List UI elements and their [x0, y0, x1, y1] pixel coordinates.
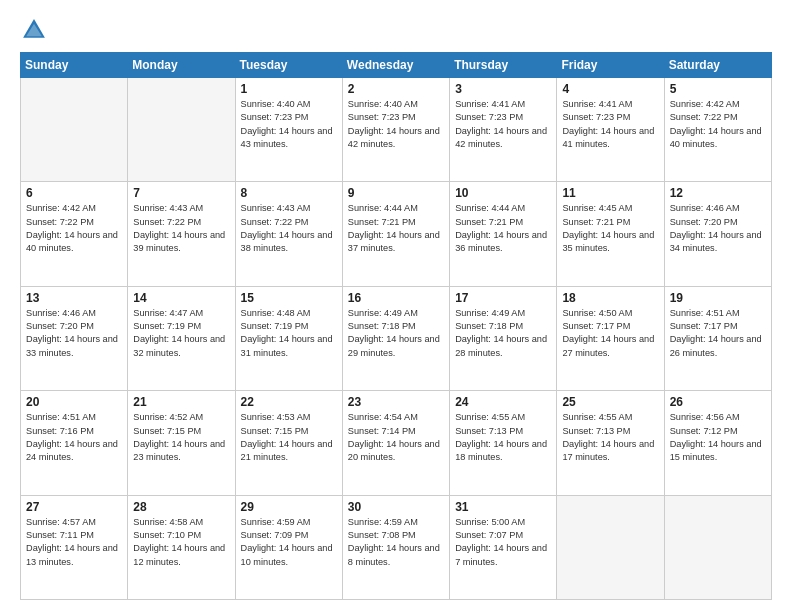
calendar-cell: 3Sunrise: 4:41 AMSunset: 7:23 PMDaylight…: [450, 78, 557, 182]
day-info: Sunrise: 4:47 AMSunset: 7:19 PMDaylight:…: [133, 307, 229, 360]
calendar-cell: 26Sunrise: 4:56 AMSunset: 7:12 PMDayligh…: [664, 391, 771, 495]
day-info: Sunrise: 4:40 AMSunset: 7:23 PMDaylight:…: [348, 98, 444, 151]
day-info: Sunrise: 4:56 AMSunset: 7:12 PMDaylight:…: [670, 411, 766, 464]
calendar-table: SundayMondayTuesdayWednesdayThursdayFrid…: [20, 52, 772, 600]
calendar-cell: 10Sunrise: 4:44 AMSunset: 7:21 PMDayligh…: [450, 182, 557, 286]
day-info: Sunrise: 4:44 AMSunset: 7:21 PMDaylight:…: [348, 202, 444, 255]
day-info: Sunrise: 4:40 AMSunset: 7:23 PMDaylight:…: [241, 98, 337, 151]
calendar-cell: 7Sunrise: 4:43 AMSunset: 7:22 PMDaylight…: [128, 182, 235, 286]
calendar-cell: 9Sunrise: 4:44 AMSunset: 7:21 PMDaylight…: [342, 182, 449, 286]
day-info: Sunrise: 4:48 AMSunset: 7:19 PMDaylight:…: [241, 307, 337, 360]
calendar-header-monday: Monday: [128, 53, 235, 78]
day-number: 21: [133, 395, 229, 409]
calendar-header-saturday: Saturday: [664, 53, 771, 78]
calendar-cell: 16Sunrise: 4:49 AMSunset: 7:18 PMDayligh…: [342, 286, 449, 390]
calendar-cell: 17Sunrise: 4:49 AMSunset: 7:18 PMDayligh…: [450, 286, 557, 390]
day-number: 16: [348, 291, 444, 305]
calendar-week-3: 13Sunrise: 4:46 AMSunset: 7:20 PMDayligh…: [21, 286, 772, 390]
day-number: 27: [26, 500, 122, 514]
day-number: 24: [455, 395, 551, 409]
day-number: 1: [241, 82, 337, 96]
calendar-cell: 1Sunrise: 4:40 AMSunset: 7:23 PMDaylight…: [235, 78, 342, 182]
logo: [20, 16, 54, 44]
calendar-cell: 31Sunrise: 5:00 AMSunset: 7:07 PMDayligh…: [450, 495, 557, 599]
calendar-header-tuesday: Tuesday: [235, 53, 342, 78]
day-info: Sunrise: 4:42 AMSunset: 7:22 PMDaylight:…: [670, 98, 766, 151]
day-info: Sunrise: 4:53 AMSunset: 7:15 PMDaylight:…: [241, 411, 337, 464]
day-info: Sunrise: 4:59 AMSunset: 7:09 PMDaylight:…: [241, 516, 337, 569]
day-number: 14: [133, 291, 229, 305]
day-info: Sunrise: 4:44 AMSunset: 7:21 PMDaylight:…: [455, 202, 551, 255]
day-info: Sunrise: 4:58 AMSunset: 7:10 PMDaylight:…: [133, 516, 229, 569]
calendar-cell: [664, 495, 771, 599]
day-info: Sunrise: 4:54 AMSunset: 7:14 PMDaylight:…: [348, 411, 444, 464]
header: [20, 16, 772, 44]
day-number: 17: [455, 291, 551, 305]
day-info: Sunrise: 4:42 AMSunset: 7:22 PMDaylight:…: [26, 202, 122, 255]
calendar-cell: 13Sunrise: 4:46 AMSunset: 7:20 PMDayligh…: [21, 286, 128, 390]
calendar-cell: 29Sunrise: 4:59 AMSunset: 7:09 PMDayligh…: [235, 495, 342, 599]
day-number: 4: [562, 82, 658, 96]
calendar-cell: 14Sunrise: 4:47 AMSunset: 7:19 PMDayligh…: [128, 286, 235, 390]
day-number: 31: [455, 500, 551, 514]
day-info: Sunrise: 4:49 AMSunset: 7:18 PMDaylight:…: [348, 307, 444, 360]
day-info: Sunrise: 4:49 AMSunset: 7:18 PMDaylight:…: [455, 307, 551, 360]
day-info: Sunrise: 4:41 AMSunset: 7:23 PMDaylight:…: [562, 98, 658, 151]
day-number: 13: [26, 291, 122, 305]
calendar-cell: 25Sunrise: 4:55 AMSunset: 7:13 PMDayligh…: [557, 391, 664, 495]
calendar-cell: 15Sunrise: 4:48 AMSunset: 7:19 PMDayligh…: [235, 286, 342, 390]
day-number: 28: [133, 500, 229, 514]
calendar-cell: [557, 495, 664, 599]
calendar-week-2: 6Sunrise: 4:42 AMSunset: 7:22 PMDaylight…: [21, 182, 772, 286]
calendar-cell: 22Sunrise: 4:53 AMSunset: 7:15 PMDayligh…: [235, 391, 342, 495]
calendar-cell: [128, 78, 235, 182]
day-number: 10: [455, 186, 551, 200]
day-info: Sunrise: 4:50 AMSunset: 7:17 PMDaylight:…: [562, 307, 658, 360]
day-number: 5: [670, 82, 766, 96]
calendar-header-sunday: Sunday: [21, 53, 128, 78]
calendar-cell: 19Sunrise: 4:51 AMSunset: 7:17 PMDayligh…: [664, 286, 771, 390]
day-number: 6: [26, 186, 122, 200]
day-number: 2: [348, 82, 444, 96]
day-info: Sunrise: 4:59 AMSunset: 7:08 PMDaylight:…: [348, 516, 444, 569]
day-number: 30: [348, 500, 444, 514]
day-number: 19: [670, 291, 766, 305]
day-info: Sunrise: 4:46 AMSunset: 7:20 PMDaylight:…: [26, 307, 122, 360]
calendar-cell: 5Sunrise: 4:42 AMSunset: 7:22 PMDaylight…: [664, 78, 771, 182]
calendar-week-4: 20Sunrise: 4:51 AMSunset: 7:16 PMDayligh…: [21, 391, 772, 495]
page: SundayMondayTuesdayWednesdayThursdayFrid…: [0, 0, 792, 612]
calendar-cell: [21, 78, 128, 182]
calendar-cell: 6Sunrise: 4:42 AMSunset: 7:22 PMDaylight…: [21, 182, 128, 286]
calendar-cell: 12Sunrise: 4:46 AMSunset: 7:20 PMDayligh…: [664, 182, 771, 286]
day-info: Sunrise: 4:52 AMSunset: 7:15 PMDaylight:…: [133, 411, 229, 464]
day-number: 18: [562, 291, 658, 305]
calendar-week-1: 1Sunrise: 4:40 AMSunset: 7:23 PMDaylight…: [21, 78, 772, 182]
day-number: 7: [133, 186, 229, 200]
day-number: 29: [241, 500, 337, 514]
day-number: 8: [241, 186, 337, 200]
day-number: 25: [562, 395, 658, 409]
day-number: 15: [241, 291, 337, 305]
day-info: Sunrise: 4:55 AMSunset: 7:13 PMDaylight:…: [455, 411, 551, 464]
day-info: Sunrise: 4:55 AMSunset: 7:13 PMDaylight:…: [562, 411, 658, 464]
day-info: Sunrise: 4:51 AMSunset: 7:16 PMDaylight:…: [26, 411, 122, 464]
day-number: 12: [670, 186, 766, 200]
day-info: Sunrise: 4:51 AMSunset: 7:17 PMDaylight:…: [670, 307, 766, 360]
day-number: 11: [562, 186, 658, 200]
day-info: Sunrise: 4:57 AMSunset: 7:11 PMDaylight:…: [26, 516, 122, 569]
calendar-week-5: 27Sunrise: 4:57 AMSunset: 7:11 PMDayligh…: [21, 495, 772, 599]
calendar-cell: 30Sunrise: 4:59 AMSunset: 7:08 PMDayligh…: [342, 495, 449, 599]
calendar-cell: 20Sunrise: 4:51 AMSunset: 7:16 PMDayligh…: [21, 391, 128, 495]
day-number: 9: [348, 186, 444, 200]
day-info: Sunrise: 5:00 AMSunset: 7:07 PMDaylight:…: [455, 516, 551, 569]
calendar-cell: 18Sunrise: 4:50 AMSunset: 7:17 PMDayligh…: [557, 286, 664, 390]
day-number: 3: [455, 82, 551, 96]
calendar-cell: 23Sunrise: 4:54 AMSunset: 7:14 PMDayligh…: [342, 391, 449, 495]
day-info: Sunrise: 4:46 AMSunset: 7:20 PMDaylight:…: [670, 202, 766, 255]
calendar-header-row: SundayMondayTuesdayWednesdayThursdayFrid…: [21, 53, 772, 78]
calendar-header-friday: Friday: [557, 53, 664, 78]
calendar-cell: 8Sunrise: 4:43 AMSunset: 7:22 PMDaylight…: [235, 182, 342, 286]
day-number: 26: [670, 395, 766, 409]
day-number: 20: [26, 395, 122, 409]
calendar-cell: 2Sunrise: 4:40 AMSunset: 7:23 PMDaylight…: [342, 78, 449, 182]
